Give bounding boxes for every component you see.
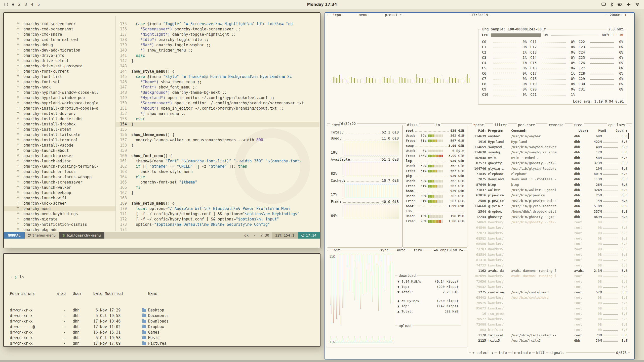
col-memb[interactable]: MemB [593,129,606,132]
process-row[interactable]: 87649btopbtopdhh26M0.0 [471,182,627,187]
process-row[interactable]: 102099kworker/avahi-daemon: running [roo… [471,273,627,279]
file-row[interactable]: *omarchy-launch-wifi [4,196,115,201]
process-row[interactable]: 102638nvimnvim --embed .dhh58M0.0 [471,155,627,160]
process-row[interactable]: 72073kworker/root0B0.0 [471,230,627,236]
proc-filter-button[interactable]: filter [493,123,508,127]
proc-scrollbar-thumb[interactable] [628,133,629,139]
process-row[interactable]: 68583kworker/root0B0.0 [471,236,627,241]
process-row[interactable]: 74869kworker//usr/bin/ghostty --gtk-root… [471,219,627,225]
process-row[interactable]: 1162avahi-daavahi-daemon: running [avahi… [471,268,627,273]
process-row[interactable]: 72088kworker/root0B0.0 [471,322,627,327]
proc-per-core-toggle[interactable]: per-core [517,123,536,127]
file-row[interactable]: *omarchy-pkg-add [4,227,115,232]
git-branch[interactable]: themes-menu [25,232,59,239]
file-row[interactable]: *omarchy-install-docker-dbs [4,116,115,122]
btop-window[interactable]: ¹cpu menu preset * 17:34:19 - 2000ms + E… [325,12,635,359]
file-row[interactable]: *omarchy-install-chromium-google-a [4,106,115,111]
process-row[interactable]: 79032kworker/root0B0.0 [471,284,627,289]
signals-button[interactable]: signals [548,350,566,355]
process-row[interactable]: 71835elephantelephantdhh401M0.0 [471,171,627,176]
col-program[interactable]: Program: [488,129,511,132]
process-row[interactable]: 1916HyprlandHyprlanddhh422M0.0 [471,139,627,144]
file-row[interactable]: *omarchy-cmd-terminal-cwd [4,37,115,42]
process-row[interactable]: 68584kworker/root0B0.0 [471,252,627,257]
process-row[interactable]: 2075XwaylandXwayland :1 -rootless -dhh11… [471,176,627,182]
file-row[interactable]: *omarchy-font-list [4,74,115,79]
workspace-5[interactable]: 5 [37,2,40,7]
process-row[interactable]: 114668glycin-i/usr/lib/glycin-loadersdhh… [471,203,627,209]
process-row[interactable]: 2506pipewire/usr/bin/pipewire-pulsedhh14… [471,198,627,203]
file-row[interactable]: *omarchy-install-terminal [4,138,115,143]
file-row[interactable]: *omarchy-install-vscode [4,143,115,148]
net-auto-toggle[interactable]: auto [396,248,407,252]
file-row[interactable]: *omarchy-notification-dismiss [4,222,115,227]
volume-icon[interactable] [627,3,631,6]
file-row[interactable]: *omarchy-hyprland-workspace-toggle [4,101,115,106]
process-row[interactable]: 114659swayosd-/usr/bin/swayosd-serverdhh… [471,144,627,150]
workspace-2[interactable]: 2 [18,2,21,7]
bluetooth-icon[interactable] [610,3,613,7]
file-row[interactable]: *omarchy-font-set [4,79,115,85]
process-row[interactable]: 71837walker/usr/bin/walker --gappldhh324… [471,187,627,193]
net-box-label[interactable]: ³net [330,248,341,252]
disks-box-label[interactable]: disks [406,123,419,127]
terminate-button[interactable]: terminate [511,350,532,355]
file-row[interactable]: *omarchy-hyprland-window-close-all [4,90,115,95]
file-row[interactable]: *omarchy-hyprland-window-pop [4,95,115,101]
file-row[interactable]: *omarchy-launch-or-focus [4,169,115,174]
file-row[interactable]: *omarchy-launch-browser [4,153,115,159]
process-row[interactable]: 12244ghostty/usr/bin/ghostty --gtk-dhh86… [471,214,627,219]
process-row[interactable]: 68586kworker/root0B0.0 [471,241,627,246]
process-row[interactable]: 74733kworker/root0B0.0 [471,262,627,268]
workspace-4[interactable]: 4 [31,2,33,7]
file-row[interactable]: *omarchy-migrate [4,217,115,222]
file-row[interactable]: *omarchy-font-current [4,69,115,74]
file-row[interactable]: *omarchy-cmd-screensaver [4,21,115,27]
kill-button[interactable]: kill [535,350,546,355]
file-row[interactable]: *omarchy-lock-screen [4,201,115,206]
file-row[interactable]: *omarchy-menu-keybindings [4,211,115,217]
file-row[interactable]: *omarchy-cmd-screenshot [4,27,115,32]
file-row[interactable]: *omarchy-drive-set-password [4,64,115,69]
clock[interactable]: Monday 17:34 [307,2,337,7]
editor-command-line[interactable] [4,239,320,248]
process-row[interactable]: 63816pipewire/usr/bin/pipewiredhh25M0.0 [471,193,627,198]
file-row[interactable]: *omarchy-launch-editor [4,159,115,164]
process-row[interactable]: 76575kworker/root0B0.0 [471,300,627,305]
proc-tree-toggle[interactable]: tree [573,123,584,127]
cpu-box-label[interactable]: ¹cpu [331,13,342,17]
net-interface[interactable]: ←b enp191s0 n→ [432,248,465,252]
workspace-active-dot[interactable] [12,4,14,6]
process-row[interactable]: 95673kworker/root0B0.0 [471,306,627,311]
process-row[interactable]: 87573ghostty/usr/bin/ghostty --gtk-dhh37… [471,160,627,166]
file-row[interactable]: *omarchy-menu [4,206,115,211]
process-row[interactable]: 803btrfs-trroot0B0.0 [471,327,627,332]
net-sync-toggle[interactable]: sync [379,248,390,252]
menu-button[interactable]: menu [357,13,369,17]
col-user[interactable]: User: [579,129,593,132]
wifi-icon[interactable] [635,3,639,6]
process-row[interactable]: 1170tailscal/usr/sbin/tailscaled --root7… [471,332,627,338]
proc-cpu-mode[interactable]: cpu lazy [607,123,626,127]
process-row[interactable]: 2544dropbox/home/dhh/.dropbox-distdhh357… [471,209,627,214]
process-row[interactable]: 76577kworker/root0B0.0 [471,316,627,322]
process-row[interactable]: 104746glycin-i/usr/lib/glycin-loadersdhh… [471,166,627,171]
file-row[interactable]: *omarchy-launch-about [4,148,115,153]
file-list[interactable]: *omarchy-cmd-screensaver*omarchy-cmd-scr… [4,21,115,232]
process-row[interactable]: 2125fcitx5/usr/bin/fcitx5dhh30M0.0 [471,338,627,343]
code-list[interactable]: 135 case $(menu "Toggle" "▣ Screensaver\… [116,21,319,232]
file-row[interactable]: *omarchy-launch-screensaver [4,180,115,185]
select-keys[interactable]: ↑ select ↓ [471,350,495,355]
file-row[interactable]: *omarchy-install-dev-env [4,111,115,116]
terminal-window[interactable]: ~ ❯ ls Permissions Size User Date Modifi… [3,253,320,347]
file-row[interactable]: *omarchy-cmd-share [4,32,115,37]
mem-box-label[interactable]: ²mem [330,123,341,127]
refresh-control[interactable]: - 2000ms + [604,13,628,17]
screencast-icon[interactable] [601,3,606,6]
proc-box-label[interactable]: ⁴proc [472,123,485,127]
file-row[interactable]: *omarchy-install-dropbox [4,122,115,127]
col-cpu[interactable]: Cpu% ↑ [606,129,627,132]
file-row[interactable]: *omarchy-drive-info [4,53,115,58]
process-row[interactable]: 73656kworker/root0B0.0 [471,279,627,284]
col-pid[interactable]: Pid: [471,129,488,132]
